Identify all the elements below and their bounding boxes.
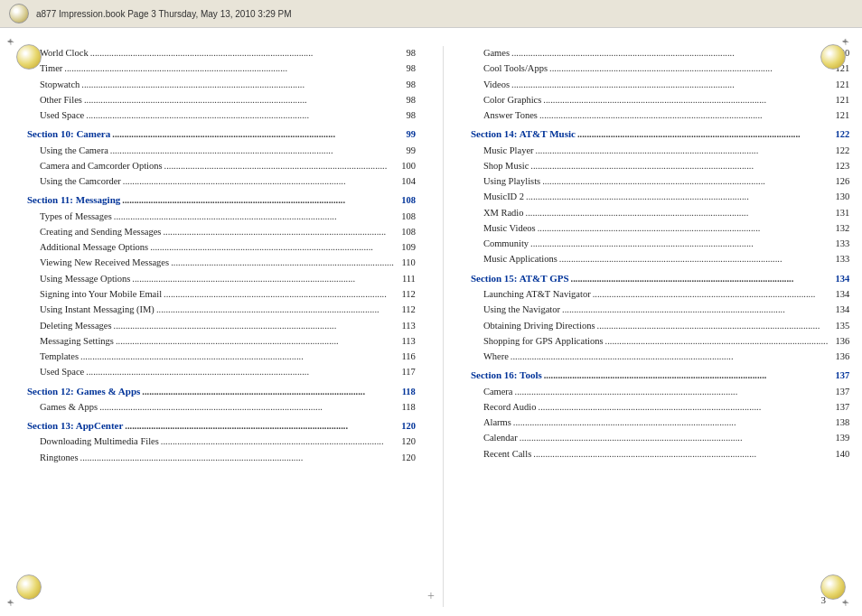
toc-dots: ........................................… (161, 225, 395, 239)
toc-dots: ........................................… (534, 144, 830, 158)
toc-page: 133 (829, 237, 849, 251)
toc-entry: Community ..............................… (471, 237, 849, 251)
circle-ornament-tr (820, 44, 846, 70)
toc-page: 116 (396, 350, 416, 364)
toc-entry: MusicID 2 ..............................… (471, 190, 849, 204)
toc-label: Calendar (483, 431, 518, 445)
toc-dots: ........................................… (120, 193, 396, 208)
toc-entry: Types of Messages ......................… (27, 210, 416, 224)
toc-page: 98 (396, 93, 416, 107)
toc-dots: ........................................… (162, 287, 396, 302)
toc-label: XM Radio (483, 206, 524, 220)
corner-mark-tl: + (7, 35, 20, 48)
toc-entry: Cool Tools/Apps ........................… (471, 61, 849, 76)
toc-entry: Signing into Your Mobile Email .........… (27, 287, 416, 302)
corner-mark-br: + (842, 596, 855, 609)
toc-label: Cool Tools/Apps (483, 61, 548, 76)
toc-page: 135 (829, 319, 849, 333)
toc-label: Music Videos (483, 221, 536, 236)
toc-dots: ........................................… (169, 256, 396, 270)
toc-dots: ........................................… (98, 400, 396, 415)
toc-dots: ........................................… (110, 127, 396, 142)
toc-entry: Using Instant Messaging (IM) ...........… (27, 303, 416, 317)
toc-dots: ........................................… (121, 174, 396, 189)
toc-entry: Templates ..............................… (27, 350, 416, 364)
center-bottom-crosshair: + (427, 589, 435, 603)
toc-label: World Clock (40, 46, 89, 61)
toc-entry: Timer ..................................… (27, 61, 416, 76)
toc-entry: Section 13: AppCenter ..................… (27, 418, 416, 434)
toc-dots: ........................................… (569, 272, 830, 286)
toc-label: Games & Apps (40, 400, 98, 415)
toc-dots: ........................................… (112, 319, 396, 333)
toc-entry: Section 12: Games & Apps ...............… (27, 384, 416, 399)
toc-entry: Additional Message Options .............… (27, 240, 416, 255)
toc-label: Section 15: AT&T GPS (471, 271, 569, 286)
toc-page: 120 (396, 451, 416, 465)
header-ornament (9, 4, 29, 23)
toc-page: 121 (829, 108, 849, 123)
toc-entry: Section 16: Tools ......................… (471, 368, 849, 383)
toc-label: Using Message Options (40, 272, 130, 286)
toc-entry: Section 10: Camera .....................… (27, 126, 416, 142)
toc-entry: Calendar ...............................… (471, 431, 849, 445)
toc-dots: ........................................… (537, 400, 830, 415)
toc-dots: ........................................… (604, 334, 830, 349)
toc-label: Creating and Sending Messages (40, 225, 161, 239)
toc-page: 98 (396, 78, 416, 92)
toc-page: 137 (829, 385, 849, 399)
toc-label: Used Space (40, 108, 84, 123)
toc-entry: Launching AT&T Navigator ...............… (471, 287, 849, 302)
toc-page: 118 (396, 385, 416, 399)
toc-entry: Games & Apps ...........................… (27, 400, 416, 415)
toc-dots: ........................................… (80, 78, 396, 92)
toc-page: 99 (396, 127, 416, 142)
toc-page: 121 (829, 93, 849, 107)
toc-label: Shop Music (483, 159, 529, 173)
toc-page: 132 (829, 221, 849, 236)
toc-entry: Downloading Multimedia Files ...........… (27, 434, 416, 449)
toc-entry: XM Radio ...............................… (471, 206, 849, 220)
toc-dots: ........................................… (541, 93, 829, 107)
toc-page: 139 (829, 431, 849, 445)
toc-entry: Recent Calls ...........................… (471, 447, 849, 462)
toc-page: 137 (829, 400, 849, 415)
toc-page: 121 (829, 78, 849, 92)
toc-entry: Section 11: Messaging ..................… (27, 192, 416, 208)
toc-page: 134 (829, 287, 849, 302)
toc-entry: Other Files ............................… (27, 93, 416, 107)
toc-label: Obtaining Driving Directions (483, 319, 595, 333)
toc-label: Section 16: Tools (471, 368, 542, 383)
toc-dots: ........................................… (82, 93, 396, 107)
toc-label: Community (483, 237, 529, 251)
toc-dots: ........................................… (140, 385, 396, 399)
toc-entry: Using the Camcorder ....................… (27, 174, 416, 189)
toc-dots: ........................................… (112, 210, 396, 224)
toc-dots: ........................................… (542, 369, 830, 383)
toc-dots: ........................................… (529, 159, 829, 173)
toc-label: Section 14: AT&T Music (471, 126, 576, 142)
page-number: 3 (821, 594, 827, 605)
toc-dots: ........................................… (557, 252, 830, 266)
toc-entry: Camera and Camcorder Options ...........… (27, 159, 416, 173)
toc-page: 134 (829, 303, 849, 317)
toc-columns: World Clock ............................… (0, 46, 862, 607)
page: a877 Impression.book Page 3 Thursday, Ma… (0, 0, 862, 616)
toc-entry: Viewing New Received Messages ..........… (27, 256, 416, 270)
toc-label: Using Instant Messaging (IM) (40, 303, 155, 317)
toc-page: 136 (829, 334, 849, 349)
toc-entry: Music Player ...........................… (471, 144, 849, 158)
toc-dots: ........................................… (595, 319, 830, 333)
toc-dots: ........................................… (560, 303, 829, 317)
toc-label: Signing into Your Mobile Email (40, 287, 162, 302)
toc-label: Camera and Camcorder Options (40, 159, 163, 173)
toc-entry: Section 15: AT&T GPS ...................… (471, 271, 849, 286)
toc-dots: ........................................… (84, 365, 396, 379)
toc-page: 98 (396, 46, 416, 61)
toc-label: Section 12: Games & Apps (27, 384, 140, 399)
toc-entry: Section 14: AT&T Music .................… (471, 126, 849, 142)
toc-entry: Record Audio ...........................… (471, 400, 849, 415)
circle-ornament-tl (16, 44, 42, 70)
toc-label: Viewing New Received Messages (40, 256, 169, 270)
toc-entry: Stopwatch ..............................… (27, 78, 416, 92)
